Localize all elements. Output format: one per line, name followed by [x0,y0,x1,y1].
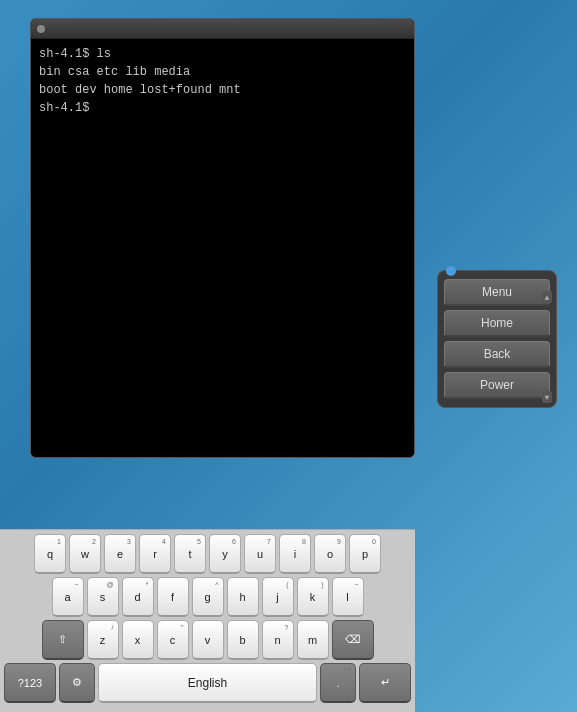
key-e[interactable]: 3e [104,534,136,574]
key-t[interactable]: 5t [174,534,206,574]
key-l[interactable]: ~l [332,577,364,617]
control-panel-indicator [446,266,456,276]
enter-key[interactable]: ↵ [359,663,411,703]
key-f[interactable]: f [157,577,189,617]
key-u[interactable]: 7u [244,534,276,574]
space-key[interactable]: English [98,663,317,703]
key-x[interactable]: x [122,620,154,660]
terminal-line-1: sh-4.1$ ls [39,45,406,63]
key-w[interactable]: 2w [69,534,101,574]
period-key[interactable]: *·?. [320,663,356,703]
key-g[interactable]: ^g [192,577,224,617]
terminal-line-3: boot dev home lost+found mnt [39,81,406,99]
titlebar-dot [37,25,45,33]
key-c[interactable]: "c [157,620,189,660]
terminal-titlebar [31,19,414,39]
terminal-content[interactable]: sh-4.1$ ls bin csa etc lib media boot de… [31,39,414,457]
key-p[interactable]: 0p [349,534,381,574]
key-d[interactable]: *d [122,577,154,617]
home-button[interactable]: Home [444,310,550,337]
key-o[interactable]: 9o [314,534,346,574]
key-k[interactable]: )k [297,577,329,617]
key-z[interactable]: /z [87,620,119,660]
keyboard-row-qp: 1q 2w 3e 4r 5t 6y 7u 8i 9o 0p [4,534,411,574]
terminal-line-2: bin csa etc lib media [39,63,406,81]
key-q[interactable]: 1q [34,534,66,574]
keyboard-row-al: ~a @s *d f ^g h (j )k ~l [4,577,411,617]
key-i[interactable]: 8i [279,534,311,574]
back-button[interactable]: Back [444,341,550,368]
terminal-window: sh-4.1$ ls bin csa etc lib media boot de… [30,18,415,458]
key-r[interactable]: 4r [139,534,171,574]
power-button[interactable]: Power [444,372,550,399]
delete-key[interactable]: ⌫ [332,620,374,660]
key-h[interactable]: h [227,577,259,617]
settings-key[interactable]: ⚙ [59,663,95,703]
key-s[interactable]: @s [87,577,119,617]
key-a[interactable]: ~a [52,577,84,617]
control-panel: ▲ ▼ Menu Home Back Power [437,270,557,408]
keyboard-row-bottom: ?123 ⚙ English *·?. ↵ [4,663,411,703]
key-m[interactable]: m [297,620,329,660]
key-j[interactable]: (j [262,577,294,617]
key-b[interactable]: b [227,620,259,660]
keyboard-container: 1q 2w 3e 4r 5t 6y 7u 8i 9o 0p ~a @s *d f… [0,529,415,712]
keyboard-row-zm: ⇧ /z x "c v b ?n m ⌫ [4,620,411,660]
key-v[interactable]: v [192,620,224,660]
terminal-line-4: sh-4.1$ [39,99,406,117]
scroll-up-arrow[interactable]: ▲ [542,291,552,303]
scroll-bar: ▲ ▼ [542,291,552,403]
key-y[interactable]: 6y [209,534,241,574]
symbols-key[interactable]: ?123 [4,663,56,703]
shift-key[interactable]: ⇧ [42,620,84,660]
menu-button[interactable]: Menu [444,279,550,306]
scroll-down-arrow[interactable]: ▼ [542,391,552,403]
key-n[interactable]: ?n [262,620,294,660]
